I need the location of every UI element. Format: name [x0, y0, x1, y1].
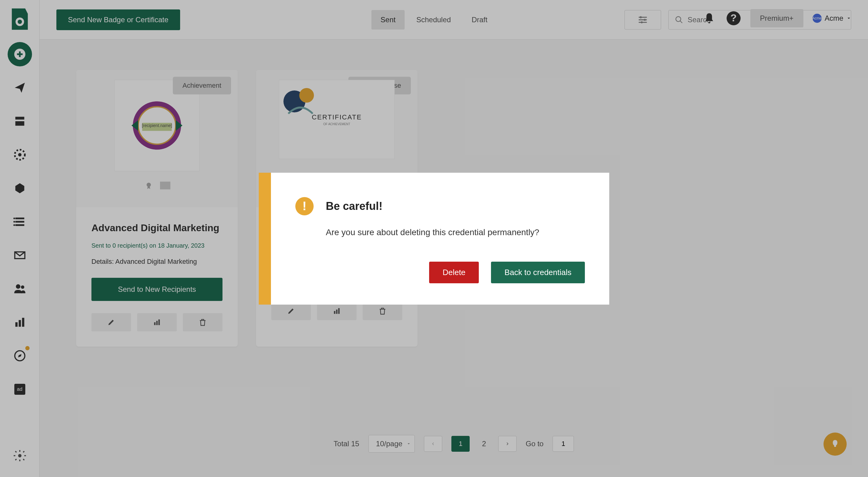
warning-icon: ! [295, 197, 314, 215]
modal-overlay[interactable]: ! Be careful! Are you sure about deletin… [0, 0, 868, 477]
modal-title: Be careful! [326, 200, 382, 213]
back-button[interactable]: Back to credentials [491, 262, 585, 283]
modal-message: Are you sure about deleting this credent… [326, 227, 585, 237]
confirm-dialog: ! Be careful! Are you sure about deletin… [259, 173, 609, 305]
delete-confirm-button[interactable]: Delete [429, 262, 479, 283]
